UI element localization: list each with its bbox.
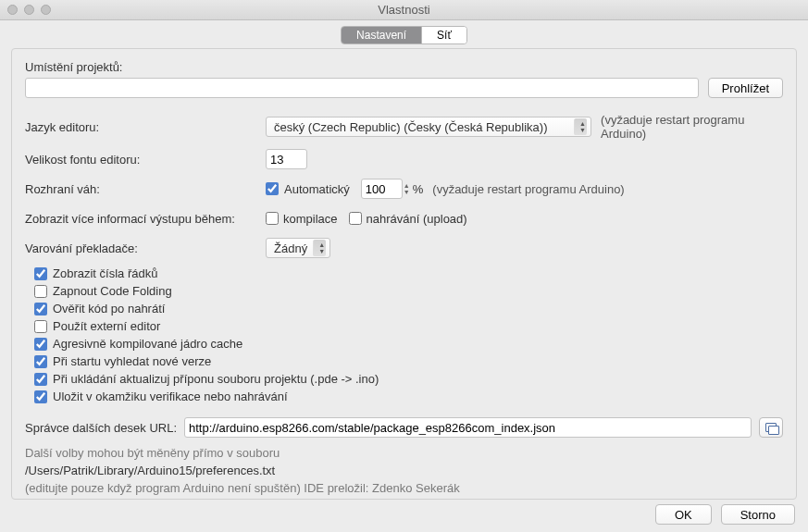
ok-button[interactable]: OK	[655, 504, 712, 525]
verbose-compile-checkbox[interactable]	[266, 212, 279, 225]
option-row: Při ukládání aktualizuj příponu souboru …	[25, 372, 783, 386]
option-row: Použít externí editor	[25, 319, 783, 333]
minimize-window-icon[interactable]	[24, 5, 34, 15]
option-label: Zobrazit čísla řádků	[53, 266, 157, 280]
option-checkbox-0[interactable]	[34, 267, 47, 280]
window-title: Vlastnosti	[0, 3, 808, 17]
dropdown-arrows-icon: ▲▼	[313, 240, 326, 256]
warnings-label: Varování překladače:	[25, 241, 266, 255]
editor-lang-label: Jazyk editoru:	[25, 120, 266, 134]
option-row: Agresivně kompilované jádro cache	[25, 337, 783, 351]
option-label: Při ukládání aktualizuj příponu souboru …	[53, 372, 379, 386]
tab-settings[interactable]: Nastavení	[342, 27, 422, 43]
cancel-button[interactable]: Storno	[721, 504, 795, 525]
options-list: Zobrazit čísla řádkůZapnout Code Folding…	[25, 266, 783, 403]
option-checkbox-1[interactable]	[34, 285, 47, 298]
verbose-label: Zobrazit více informací výstupu během:	[25, 212, 266, 226]
scale-label: Rozhraní váh:	[25, 182, 266, 196]
option-checkbox-5[interactable]	[34, 355, 47, 368]
sketchbook-path-input[interactable]	[25, 78, 699, 98]
option-label: Ověřit kód po nahrátí	[53, 302, 165, 315]
scale-auto-checkbox[interactable]	[266, 182, 279, 195]
verbose-upload-label: nahrávání (upload)	[367, 212, 467, 226]
font-size-input[interactable]	[266, 149, 307, 169]
browse-button[interactable]: Prohlížet	[708, 78, 783, 98]
font-size-label: Velikost fontu editoru:	[25, 153, 266, 167]
option-label: Při startu vyhledat nové verze	[53, 354, 211, 368]
maximize-window-icon[interactable]	[41, 5, 51, 15]
restart-note: (vyžaduje restart programu Arduino)	[601, 113, 783, 141]
prefs-file-path[interactable]: /Users/Patrik/Library/Arduino15/preferen…	[25, 464, 783, 477]
option-checkbox-4[interactable]	[34, 338, 47, 351]
verbose-upload-checkbox[interactable]	[349, 212, 362, 225]
option-checkbox-3[interactable]	[34, 320, 47, 333]
dropdown-arrows-icon: ▲▼	[574, 118, 587, 135]
prefs-hint-line2: (editujte pouze když program Arduino nen…	[25, 481, 783, 495]
option-row: Zobrazit čísla řádků	[25, 266, 783, 280]
boards-url-label: Správce dalších desek URL:	[25, 421, 177, 435]
option-label: Použít externí editor	[53, 319, 160, 333]
settings-panel: Umístění projektů: Prohlížet Jazyk edito…	[11, 48, 797, 500]
warnings-select[interactable]: Žádný ▲▼	[266, 238, 330, 258]
warnings-value: Žádný	[274, 241, 307, 255]
tabs: Nastavení Síť	[0, 20, 808, 48]
option-label: Agresivně kompilované jádro cache	[53, 337, 242, 351]
option-label: Uložit v okamžiku verifikace nebo nahráv…	[53, 390, 288, 403]
restart-note-2: (vyžaduje restart programu Arduino)	[432, 182, 624, 196]
option-checkbox-7[interactable]	[34, 390, 47, 403]
scale-auto-label: Automatický	[284, 182, 350, 196]
tab-network[interactable]: Síť	[422, 27, 466, 43]
option-row: Uložit v okamžiku verifikace nebo nahráv…	[25, 390, 783, 403]
editor-lang-select[interactable]: český (Czech Republic) (Česky (Česká Rep…	[266, 117, 591, 137]
stepper-arrows-icon[interactable]: ▲▼	[404, 182, 410, 195]
option-row: Ověřit kód po nahrátí	[25, 302, 783, 315]
titlebar: Vlastnosti	[0, 0, 808, 20]
open-urls-dialog-button[interactable]	[759, 417, 783, 438]
window-stack-icon	[765, 423, 777, 433]
option-checkbox-2[interactable]	[34, 303, 47, 315]
percent-label: %	[413, 182, 424, 196]
option-row: Zapnout Code Folding	[25, 284, 783, 298]
sketchbook-label: Umístění projektů:	[25, 60, 783, 74]
scale-value-input[interactable]	[361, 179, 403, 199]
verbose-compile-label: kompilace	[283, 212, 338, 226]
boards-url-input[interactable]	[184, 417, 752, 438]
close-window-icon[interactable]	[7, 5, 18, 15]
editor-lang-value: český (Czech Republic) (Česky (Česká Rep…	[274, 120, 547, 134]
option-checkbox-6[interactable]	[34, 373, 47, 386]
option-label: Zapnout Code Folding	[53, 284, 172, 298]
dialog-footer: OK Storno	[655, 504, 795, 525]
prefs-hint-line1: Další volby mohou být měněny přímo v sou…	[25, 446, 783, 460]
option-row: Při startu vyhledat nové verze	[25, 354, 783, 368]
